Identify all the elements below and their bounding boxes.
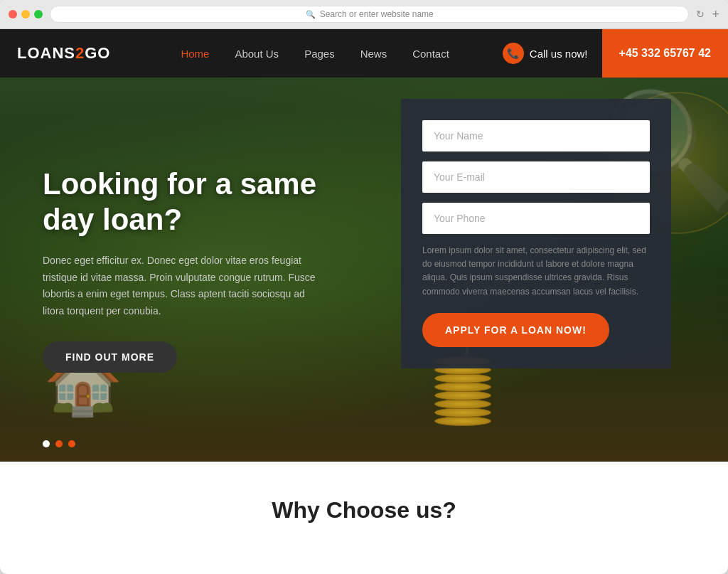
nav-link-pages[interactable]: Pages [291,29,348,78]
minimize-button[interactable] [21,10,30,18]
slider-dots [43,440,75,447]
browser-window: 🔍 Search or enter website name ↻ + LOANS… [0,0,728,574]
name-input[interactable] [422,120,650,152]
close-button[interactable] [9,10,17,18]
browser-chrome: 🔍 Search or enter website name ↻ + [0,0,728,29]
logo-number: 2 [75,44,85,62]
slider-dot-1[interactable] [43,440,50,447]
hero-title: Looking for a same day loan? [43,166,327,238]
nav-link-news[interactable]: News [348,29,400,78]
nav-link-home[interactable]: Home [168,29,222,78]
refresh-button[interactable]: ↻ [696,9,705,20]
slider-dot-2[interactable] [55,440,63,447]
call-section: 📞 Call us now! +45 332 65767 42 [488,29,728,78]
address-bar[interactable]: 🔍 Search or enter website name [50,6,689,23]
slider-dot-3[interactable] [68,440,75,447]
address-bar-text: Search or enter website name [320,9,434,19]
traffic-lights [9,10,43,18]
call-now-button[interactable]: 📞 Call us now! [488,29,602,78]
search-icon: 🔍 [306,10,316,19]
navbar: LOANS2GO Home About Us Pages News Contac… [0,29,728,78]
nav-link-about[interactable]: About Us [222,29,291,78]
why-choose-title: Why Choose us? [43,497,685,523]
apply-button[interactable]: APPLY FOR A LOAN NOW! [422,313,609,347]
hero-section: 🌱 🏠 🔍 Looking for a same day loan? Donec… [0,78,728,462]
nav-links: Home About Us Pages News Contact [127,29,488,78]
logo-text: LOANS2GO [17,44,110,63]
form-description: Lorem ipsum dolor sit amet, consectetur … [422,244,650,299]
nav-link-contact[interactable]: Contact [400,29,462,78]
new-tab-button[interactable]: + [712,7,719,22]
phone-input[interactable] [422,203,650,234]
hero-content: Looking for a same day loan? Donec eget … [0,166,370,373]
why-choose-section: Why Choose us? [0,462,728,552]
hero-description: Donec eget efficitur ex. Donec eget dolo… [43,253,327,320]
email-input[interactable] [422,161,650,193]
logo: LOANS2GO [0,44,127,63]
logo-part2: GO [85,44,110,62]
find-out-button[interactable]: FIND OUT MORE [43,341,177,373]
maximize-button[interactable] [34,10,43,18]
call-now-label: Call us now! [530,48,588,60]
logo-part1: LOANS [17,44,75,62]
phone-number-button[interactable]: +45 332 65767 42 [602,29,728,78]
loan-form-panel: Lorem ipsum dolor sit amet, consectetur … [401,99,671,368]
phone-icon: 📞 [503,43,524,64]
